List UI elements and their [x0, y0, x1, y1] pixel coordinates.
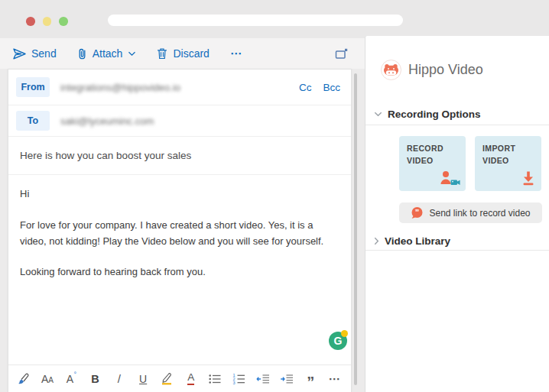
attach-label: Attach	[93, 47, 123, 60]
discard-button[interactable]: Discard	[157, 47, 209, 60]
close-window-button[interactable]	[26, 17, 35, 26]
underline-icon[interactable]: U	[131, 365, 154, 392]
trash-icon	[157, 47, 167, 60]
popout-icon	[335, 48, 348, 60]
panel-title: Hippo Video	[408, 62, 483, 78]
more-formatting-icon[interactable]: ⋯	[323, 365, 346, 392]
formatting-toolbar: AA A° B / U A 1123 ” ⋯	[8, 364, 351, 392]
compose-card: From integrations@hippovideo.io Cc Bcc T…	[8, 69, 352, 392]
compose-scrollbar[interactable]	[354, 73, 357, 385]
hippo-video-logo-icon	[381, 60, 401, 80]
from-field-button[interactable]: From	[16, 77, 50, 97]
bullet-list-icon[interactable]	[203, 365, 226, 392]
subject-text: Here is how you can boost your sales	[20, 150, 191, 161]
open-in-new-window-button[interactable]	[335, 48, 348, 60]
chevron-down-icon	[374, 112, 382, 117]
italic-icon[interactable]: /	[107, 365, 131, 392]
minimize-window-button[interactable]	[43, 17, 52, 26]
chat-bubble-icon: ”	[411, 206, 424, 219]
record-video-icon	[439, 170, 460, 186]
video-library-label: Video Library	[385, 235, 450, 247]
recording-options-toggle[interactable]: Recording Options	[374, 109, 481, 120]
blockquote-icon[interactable]: ”	[299, 365, 323, 392]
zoom-window-button[interactable]	[59, 17, 68, 26]
grammarly-icon: G	[334, 335, 343, 346]
format-painter-icon[interactable]	[11, 365, 35, 392]
send-icon	[13, 48, 26, 60]
bcc-button[interactable]: Bcc	[323, 82, 340, 93]
increase-indent-icon[interactable]	[274, 365, 298, 392]
chevron-down-icon	[128, 51, 136, 57]
highlighter-icon[interactable]	[155, 365, 179, 392]
recording-options-label: Recording Options	[388, 109, 481, 120]
window-controls	[26, 17, 68, 26]
email-body-editor[interactable]: Hi For love for your company. I have cre…	[8, 175, 351, 280]
cc-button[interactable]: Cc	[299, 82, 312, 93]
send-link-label: Send link to record video	[429, 208, 530, 219]
send-link-to-record-button[interactable]: ” Send link to record video	[399, 202, 542, 223]
panel-divider	[365, 125, 549, 125]
font-icon[interactable]: AA	[35, 365, 59, 392]
decrease-indent-icon[interactable]	[251, 365, 274, 392]
svg-text:”: ”	[415, 208, 420, 217]
grammarly-button[interactable]: G	[329, 332, 347, 350]
numbered-list-icon[interactable]: 1123	[227, 365, 251, 392]
recording-option-cards: RECORD VIDEO IMPORT VIDEO	[399, 136, 541, 191]
to-address: saki@lyceuminc.com	[60, 115, 154, 127]
chevron-right-icon	[374, 237, 379, 245]
from-address: integrations@hippovideo.io	[60, 82, 180, 93]
video-library-toggle[interactable]: Video Library	[374, 235, 450, 247]
more-options-button[interactable]: ⋯	[230, 47, 242, 60]
bold-icon[interactable]: B	[83, 365, 107, 392]
from-row: From integrations@hippovideo.io Cc Bcc	[8, 70, 351, 105]
import-video-icon	[521, 170, 536, 186]
body-paragraph: For love for your company. I have create…	[20, 218, 339, 250]
panel-divider	[365, 250, 549, 251]
hippo-video-panel: Hippo Video Recording Options RECORD VID…	[365, 36, 549, 392]
record-video-button[interactable]: RECORD VIDEO	[399, 136, 466, 191]
record-video-label: RECORD VIDEO	[407, 143, 451, 167]
address-bar[interactable]	[108, 15, 403, 26]
discard-label: Discard	[173, 47, 209, 60]
compose-toolbar: Send Attach Discard ⋯	[0, 38, 365, 69]
body-greeting: Hi	[20, 186, 339, 202]
grammarly-notification-dot	[341, 330, 348, 337]
to-row: To saki@lyceuminc.com	[8, 105, 351, 137]
svg-text:3: 3	[232, 380, 235, 384]
subject-input[interactable]: Here is how you can boost your sales	[8, 137, 351, 175]
panel-header: Hippo Video	[381, 60, 483, 80]
font-size-icon[interactable]: A°	[60, 365, 83, 392]
import-video-label: IMPORT VIDEO	[482, 143, 527, 167]
font-color-icon[interactable]: A	[179, 365, 203, 392]
import-video-button[interactable]: IMPORT VIDEO	[475, 136, 541, 191]
paperclip-icon	[77, 47, 87, 60]
to-field-button[interactable]: To	[16, 111, 50, 131]
body-closing: Looking forward to hearing back from you…	[20, 264, 339, 280]
send-button[interactable]: Send	[13, 47, 57, 60]
send-label: Send	[31, 47, 57, 60]
attach-button[interactable]: Attach	[77, 47, 137, 60]
